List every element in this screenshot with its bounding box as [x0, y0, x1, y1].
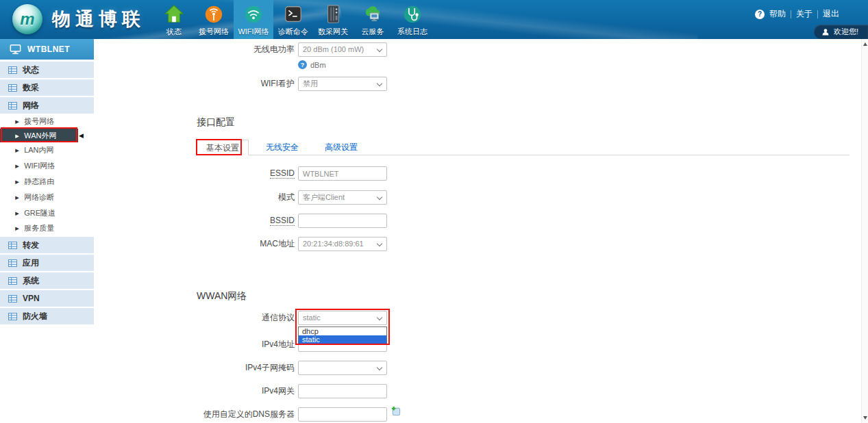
info-icon: ?: [298, 60, 307, 69]
protocol-option-dhcp[interactable]: dhcp: [299, 327, 386, 335]
nav-item-label: 数采网关: [318, 27, 348, 37]
add-entry-icon[interactable]: [390, 406, 401, 419]
protocol-dropdown: dhcp static: [298, 326, 387, 344]
sidebar-item-firewall[interactable]: 防火墙: [0, 308, 94, 324]
sidebar-item-label: 服务质量: [24, 223, 54, 233]
protocol-select[interactable]: static: [298, 311, 387, 325]
radio-power-select[interactable]: 20 dBm (100 mW): [298, 42, 387, 57]
scroll-down-arrow-icon[interactable]: [863, 416, 867, 420]
wifi-watch-value: 禁用: [303, 79, 318, 88]
nav-item-label: 云服务: [362, 27, 384, 37]
sidebar-item-dial-network[interactable]: ▶ 拨号网络: [0, 114, 94, 129]
sidebar-item-data-collect[interactable]: 数采: [0, 79, 94, 96]
section-title-interface: 接口配置: [197, 116, 235, 129]
sidebar-item-network[interactable]: 网络: [0, 97, 94, 114]
sidebar-item-forward[interactable]: 转发: [0, 237, 94, 253]
sidebar-item-wan[interactable]: ▶ WAN外网: [0, 129, 78, 142]
top-nav: 状态 拨号网络 WIFI网络 诊断命令: [154, 0, 432, 39]
nav-item-label: WIFI网络: [238, 27, 269, 37]
nav-item-label: 拨号网络: [199, 27, 229, 37]
ipv4-gateway-input[interactable]: [298, 384, 387, 398]
scroll-up-arrow-icon[interactable]: [863, 42, 867, 46]
terminal-icon: [282, 3, 304, 25]
sidebar-item-qos[interactable]: ▶ 服务质量: [0, 220, 94, 236]
mode-select[interactable]: 客户端Client: [298, 190, 387, 205]
caret-right-icon: ▶: [15, 210, 19, 216]
protocol-value: static: [303, 313, 321, 322]
essid-input[interactable]: [298, 166, 387, 181]
section-title-wwan: WWAN网络: [197, 290, 247, 303]
sidebar-item-apps[interactable]: 应用: [0, 255, 94, 271]
logout-link[interactable]: 退出: [823, 8, 839, 20]
sidebar-item-label: VPN: [23, 294, 40, 303]
help-link[interactable]: 帮助: [769, 8, 786, 20]
sidebar-item-label: 转发: [23, 240, 39, 251]
top-header: m 物通博联 状态 拨号网络 WIFI网络: [0, 0, 868, 39]
nav-item-diagnostics[interactable]: 诊断命令: [273, 0, 313, 39]
grid-icon: [8, 66, 17, 74]
dial-network-icon: [203, 3, 225, 25]
nav-item-dial-network[interactable]: 拨号网络: [194, 0, 234, 39]
dns-input[interactable]: [298, 407, 387, 422]
nav-item-data-gateway[interactable]: 数采网关: [313, 0, 353, 39]
sidebar-item-label: 状态: [23, 64, 39, 76]
brand-logo: m 物通博联: [12, 4, 145, 34]
protocol-option-static[interactable]: static: [299, 335, 386, 344]
ipv4-netmask-label: IPv4子网掩码: [137, 361, 295, 375]
sidebar-item-net-diagnose[interactable]: ▶ 网络诊断: [0, 190, 94, 205]
protocol-label: 通信协议: [137, 311, 295, 325]
sidebar-item-label: GRE隧道: [24, 208, 55, 218]
home-icon: [163, 3, 185, 25]
ipv4-netmask-select[interactable]: [298, 361, 387, 375]
caret-right-icon: ▶: [15, 147, 19, 153]
nav-item-status[interactable]: 状态: [154, 0, 194, 39]
active-item-caret-icon: ◀: [79, 132, 84, 139]
tab-advanced-settings[interactable]: 高级设置: [316, 140, 367, 155]
wifi-watch-select[interactable]: 禁用: [298, 77, 387, 91]
nav-item-cloud-service[interactable]: 云服务: [353, 0, 393, 39]
brand-title: 物通博联: [52, 7, 145, 31]
grid-icon: [8, 102, 17, 110]
essid-label: ESSID: [137, 166, 295, 181]
sidebar-item-wifi[interactable]: ▶ WIFI网络: [0, 158, 94, 174]
mac-select[interactable]: 20:21:34:d8:89:61: [298, 237, 387, 251]
help-icon[interactable]: ?: [755, 10, 765, 19]
brand-orb-letter: m: [20, 11, 34, 27]
welcome-text: 欢迎您!: [834, 27, 858, 37]
nav-item-wifi-network[interactable]: WIFI网络: [234, 0, 273, 39]
sidebar-item-gre-tunnel[interactable]: ▶ GRE隧道: [0, 205, 94, 221]
sidebar-item-label: WAN外网: [24, 131, 56, 141]
gateway-icon: [322, 3, 344, 25]
hint-text: dBm: [310, 61, 326, 69]
scrollbar[interactable]: [861, 39, 868, 423]
sidebar-item-label: 系统: [23, 275, 39, 287]
page: m 物通博联 状态 拨号网络 WIFI网络: [0, 0, 868, 423]
tab-wireless-security[interactable]: 无线安全: [257, 140, 308, 155]
chevron-down-icon: [377, 194, 382, 200]
about-link[interactable]: 关于: [796, 8, 813, 20]
grid-icon: [8, 259, 17, 267]
grid-icon: [8, 295, 17, 303]
tab-basic-settings[interactable]: 基本设置: [197, 140, 249, 155]
nav-item-system-log[interactable]: 系统日志: [393, 0, 432, 39]
ipv4-address-label: IPv4地址: [137, 337, 295, 352]
tab-underline: [197, 155, 850, 155]
chevron-down-icon: [377, 365, 382, 370]
sidebar-item-system[interactable]: 系统: [0, 272, 94, 289]
bssid-input[interactable]: [298, 214, 387, 228]
syslog-icon: [401, 3, 423, 25]
caret-right-icon: ▶: [15, 179, 19, 184]
sidebar-item-label: 静态路由: [24, 177, 54, 187]
chevron-down-icon: [377, 81, 382, 86]
bssid-label: BSSID: [137, 214, 295, 228]
sidebar-item-status[interactable]: 状态: [0, 62, 94, 78]
sidebar-item-lan[interactable]: ▶ LAN内网: [0, 142, 94, 158]
sidebar-item-static-route[interactable]: ▶ 静态路由: [0, 174, 94, 190]
device-name-header: WTBLNET: [0, 39, 94, 60]
radio-power-value: 20 dBm (100 mW): [303, 45, 364, 53]
sidebar-item-vpn[interactable]: VPN: [0, 290, 94, 307]
chevron-down-icon: [377, 315, 382, 320]
caret-right-icon: ▶: [15, 133, 19, 138]
welcome-badge[interactable]: 欢迎您!: [814, 25, 868, 39]
user-icon: [821, 28, 830, 36]
